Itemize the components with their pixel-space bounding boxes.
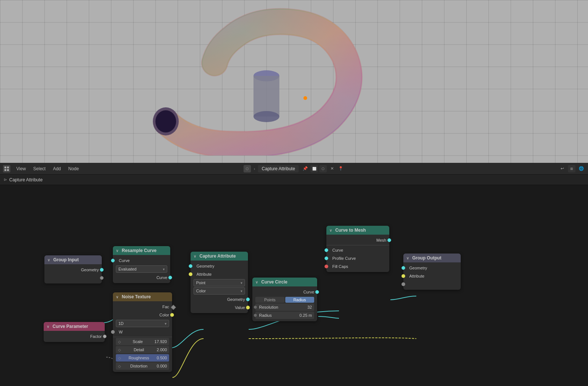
socket-output-extra-in [401,282,405,286]
node-group-output: Group Output Geometry Attribute [403,254,461,290]
node-tree-icon[interactable]: ⬡ [243,165,251,172]
svg-rect-6 [4,167,6,168]
node-curve-circle-btngroup: Points Radius [255,297,314,303]
node-resample-header[interactable]: Resample Curve [113,246,170,255]
socket-output-geom-in [401,266,405,270]
socket-geom-out [246,298,250,301]
node-curve-circle: Curve Circle Curve Points Radius Resolut… [252,278,317,321]
node-noise-distortion[interactable]: ◇ Distortion 0.000 [116,362,169,370]
node-noise-roughness[interactable]: ◇ Roughness 0.500 [116,354,169,362]
node-curve-circle-radius-field[interactable]: Radius 0.25 m [255,312,314,319]
socket-output-attr-in [401,274,405,278]
socket-curve-in [111,259,115,262]
node-noise-scale[interactable]: ◇ Scale 17.920 [116,338,169,345]
node-output-geometry: Geometry [403,264,461,272]
undo-icon[interactable]: ↩ [558,165,566,172]
node-noise-detail[interactable]: ◇ Detail 2.000 [116,346,169,353]
node-curve-mesh-curve-in: Curve [326,246,389,254]
node-noise-w: W [113,328,172,336]
socket-color-out [170,313,174,317]
svg-point-2 [253,111,279,122]
menu-node[interactable]: Node [67,165,81,172]
node-group-input-geometry: Geometry [44,266,102,274]
close-icon[interactable]: ✕ [328,165,336,172]
dropdown-chevron2 [165,321,167,326]
svg-rect-8 [4,169,6,171]
node-resample-dropdown[interactable]: Evaluated [116,265,167,273]
node-canvas[interactable]: Group Input Geometry Curve Parameter Fac… [0,185,588,386]
node-noise-header[interactable]: Noise Texture [113,292,172,301]
node-tree-name[interactable]: Capture Attribute [258,165,299,172]
node-curve-mesh-header[interactable]: Curve to Mesh [326,226,389,235]
node-curve-circle-header[interactable]: Curve Circle [252,278,317,286]
node-curve-parameter: Curve Parameter Factor [44,322,105,342]
editor-type-icon[interactable] [3,165,10,172]
pin-icon[interactable]: 📌 [302,165,309,172]
node-noise-texture: Noise Texture Fac Color 1D W ◇ Scale [113,292,172,372]
svg-rect-1 [253,76,279,117]
node-capture-title: Capture Attribute [199,254,236,259]
socket-mesh-out [387,238,391,242]
node-group-input: Group Input Geometry [44,255,102,283]
btn-radius[interactable]: Radius [285,297,315,303]
pin2-icon[interactable]: 📍 [337,165,345,172]
node-capture-type[interactable]: Color [194,287,245,295]
node-group-output-header[interactable]: Group Output [403,254,461,262]
node-noise-dimension[interactable]: 1D [116,320,169,327]
node-curve-circle-curve: Curve [252,288,317,296]
btn-points[interactable]: Points [255,297,285,303]
node-capture-geometry-out: Geometry [191,295,248,303]
layout-icon[interactable]: ⊞ [568,165,575,172]
svg-rect-9 [7,169,9,171]
socket-curve-mesh-in [325,248,328,252]
menu-add[interactable]: Add [51,165,62,172]
socket-profile-in [325,256,328,260]
slot2-icon[interactable]: ⬡ [319,165,327,172]
node-capture-value-out: Value [191,303,248,312]
socket-res-in [254,306,257,309]
svg-point-4 [155,110,176,132]
node-editor-toolbar: View Select Add Node ⬡ › Capture Attribu… [0,163,588,175]
dropdown-chevron [163,267,165,271]
node-noise-title: Noise Texture [122,294,151,299]
node-curve-param-header[interactable]: Curve Parameter [44,322,105,331]
node-curve-param-title: Curve Parameter [53,324,88,329]
node-capture-domain[interactable]: Point [194,279,245,286]
socket-curve-out [168,276,172,279]
breadcrumb-item: Capture Attribute [9,177,43,182]
node-curve-mesh-mesh: Mesh [326,236,389,244]
node-capture-attribute: Capture Attribute Geometry Attribute Poi… [191,252,248,313]
node-curve-circle-title: Curve Circle [261,279,288,285]
node-noise-fac: Fac [113,303,172,311]
globe-icon[interactable]: 🌐 [578,165,585,172]
socket-geometry-out [100,268,104,272]
socket-fillcaps-in [325,265,328,268]
socket-fac-out [171,305,176,310]
dropdown-chevron3 [241,281,242,285]
node-capture-header[interactable]: Capture Attribute [191,252,248,261]
viewport-3d[interactable] [0,0,588,163]
node-output-attribute: Attribute [403,272,461,280]
slot1-icon[interactable]: ⬜ [310,165,318,172]
node-capture-attribute-in: Attribute [191,270,248,278]
node-curve-mesh-fillcaps: Fill Caps [326,262,389,271]
socket-value-out [246,306,250,309]
socket-extra-out [100,276,104,280]
socket-w-in [111,330,115,334]
node-group-input-header[interactable]: Group Input [44,255,102,264]
node-curve-mesh-profile: Profile Curve [326,254,389,262]
socket-factor-out [103,335,107,338]
node-curve-param-factor: Factor [44,332,105,340]
svg-point-5 [303,96,307,100]
node-curve-mesh-title: Curve to Mesh [335,228,366,233]
node-resample-curve: Resample Curve Curve Evaluated Curve [113,246,170,283]
socket-radius-in [254,314,257,317]
node-curve-to-mesh: Curve to Mesh Mesh Curve Profile Curve F… [326,226,389,272]
menu-select[interactable]: Select [32,165,47,172]
menu-view[interactable]: View [15,165,27,172]
node-capture-geometry-in: Geometry [191,262,248,270]
socket-attr-in [189,272,192,276]
node-group-input-extra [44,274,102,282]
node-curve-circle-resolution[interactable]: Resolution 32 [255,303,314,311]
svg-rect-7 [7,167,9,168]
